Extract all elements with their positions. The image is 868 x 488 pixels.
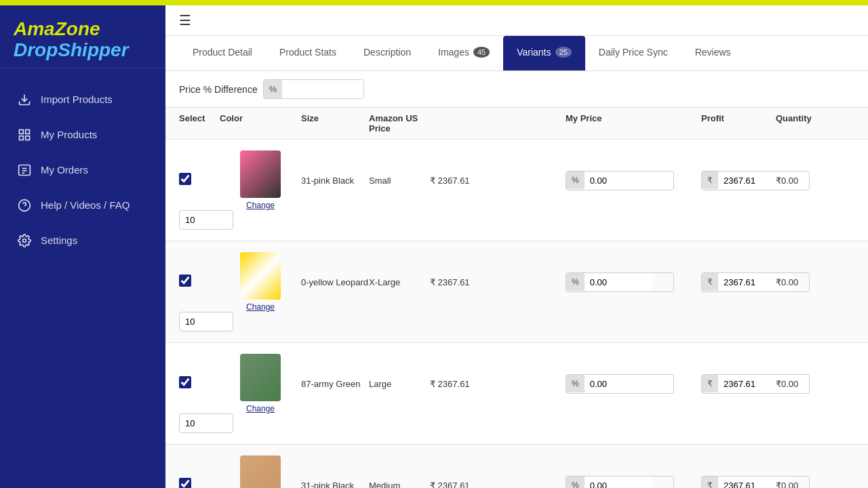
row-4-checkbox[interactable] — [179, 478, 191, 488]
change-link-1[interactable]: Change — [246, 201, 275, 210]
table-row: Change 31-pink Black Medium ₹ 2367.61 % — [165, 445, 868, 488]
select-cell-4 — [179, 478, 220, 488]
variants-table: Change 31-pink Black Small ₹ 2367.61 % — [165, 140, 868, 488]
col-quantity: Quantity — [776, 113, 857, 134]
tab-reviews[interactable]: Reviews — [682, 36, 745, 70]
col-color: Color — [220, 113, 301, 134]
table-row: Change 31-pink Black Small ₹ 2367.61 % — [165, 140, 868, 241]
col-profit: Profit — [701, 113, 776, 134]
logo-dropshipper: DropShipper — [14, 40, 152, 61]
svg-rect-1 — [20, 129, 24, 134]
variants-header: Price % Difference % — [165, 71, 868, 108]
sidebar-item-my-products[interactable]: My Products — [0, 117, 165, 152]
main-content: ☰ Product Detail Product Stats Descripti… — [165, 5, 868, 488]
pct-input-4[interactable] — [585, 476, 652, 489]
pct-tag-3: % — [566, 375, 585, 392]
content-area: Price % Difference % Select Color Size A… — [165, 71, 868, 488]
variants-badge: 25 — [555, 47, 572, 58]
row-1-checkbox[interactable] — [179, 173, 191, 185]
top-bar — [0, 0, 868, 5]
sidebar-nav: Import Products My Products — [0, 68, 165, 488]
qty-cell-2 — [179, 312, 220, 331]
currency-tag-1: ₹ — [702, 171, 718, 189]
my-orders-label: My Orders — [41, 164, 88, 176]
profit-cell-2: ₹0.00 — [776, 277, 857, 287]
my-products-label: My Products — [41, 129, 97, 140]
product-image-1 — [240, 150, 281, 198]
color-name-1: 31-pink Black — [301, 176, 369, 186]
change-link-2[interactable]: Change — [246, 302, 275, 312]
color-cell-1: Change — [220, 150, 301, 210]
row-2-checkbox[interactable] — [179, 274, 191, 287]
tabs-bar: Product Detail Product Stats Description… — [165, 36, 868, 71]
logo-area: AmaZone DropShipper — [0, 5, 165, 68]
help-label: Help / Videos / FAQ — [41, 199, 130, 211]
my-price-cell-1: ₹ — [701, 171, 776, 190]
tab-variants[interactable]: Variants 25 — [503, 36, 585, 70]
color-name-3: 87-army Green — [301, 379, 369, 389]
profit-cell-1: ₹0.00 — [776, 176, 857, 186]
pct-input-1[interactable] — [585, 171, 652, 190]
sidebar-item-my-orders[interactable]: My Orders — [0, 152, 165, 188]
col-size: Size — [301, 113, 369, 134]
help-icon — [16, 197, 33, 214]
logo-amazone: AmaZone — [14, 19, 152, 40]
pct-tag-1: % — [566, 171, 585, 189]
pct-input-2[interactable] — [585, 273, 652, 291]
size-cell-2: X-Large — [369, 277, 430, 287]
tab-images[interactable]: Images 45 — [425, 36, 503, 70]
pct-cell-1: % — [566, 171, 701, 190]
qty-cell-3 — [179, 413, 220, 433]
pct-cell-3: % — [566, 374, 701, 394]
amazon-price-2: ₹ 2367.61 — [430, 277, 566, 287]
tab-product-stats[interactable]: Product Stats — [266, 36, 350, 70]
color-cell-3: Change — [220, 354, 301, 413]
svg-rect-2 — [26, 129, 30, 134]
tab-description[interactable]: Description — [350, 36, 425, 70]
orders-icon — [16, 162, 33, 178]
svg-rect-3 — [20, 136, 24, 140]
qty-cell-1 — [179, 210, 220, 230]
amazon-price-1: ₹ 2367.61 — [430, 176, 566, 186]
color-name-2: 0-yellow Leopard — [301, 277, 369, 287]
svg-rect-4 — [26, 136, 30, 140]
row-3-checkbox[interactable] — [179, 376, 191, 388]
table-row: Change 0-yellow Leopard X-Large ₹ 2367.6… — [165, 241, 868, 343]
col-select: Select — [179, 113, 220, 134]
sidebar-item-settings[interactable]: Settings — [0, 223, 165, 258]
product-image-4 — [240, 455, 281, 488]
color-cell-2: Change — [220, 252, 301, 312]
table-row: Change 87-army Green Large ₹ 2367.61 % — [165, 343, 868, 445]
amazon-price-3: ₹ 2367.61 — [430, 379, 566, 389]
hamburger-menu[interactable]: ☰ — [179, 12, 191, 28]
col-price-diff — [430, 113, 566, 134]
select-cell-2 — [179, 274, 220, 289]
import-products-label: Import Products — [41, 94, 113, 105]
select-cell-3 — [179, 376, 220, 391]
pct-tag-2: % — [566, 273, 585, 291]
currency-tag-4: ₹ — [702, 476, 718, 488]
tab-product-detail[interactable]: Product Detail — [179, 36, 266, 70]
tab-daily-price-sync[interactable]: Daily Price Sync — [585, 36, 682, 70]
sidebar: AmaZone DropShipper Import Products — [0, 5, 165, 488]
sidebar-item-help[interactable]: Help / Videos / FAQ — [0, 188, 165, 223]
my-price-cell-4: ₹ — [701, 476, 776, 489]
product-image-3 — [240, 354, 281, 401]
change-link-3[interactable]: Change — [246, 404, 275, 413]
price-diff-input-group: % — [263, 79, 365, 99]
profit-cell-4: ₹0.00 — [776, 481, 857, 489]
color-cell-4: Change — [220, 455, 301, 488]
price-diff-input[interactable] — [282, 80, 363, 98]
profit-cell-3: ₹0.00 — [776, 379, 857, 389]
sidebar-item-import-products[interactable]: Import Products — [0, 82, 165, 117]
qty-input-2[interactable] — [179, 312, 233, 331]
settings-icon — [16, 232, 33, 249]
pct-cell-2: % — [566, 272, 701, 292]
currency-tag-3: ₹ — [702, 375, 718, 392]
svg-point-11 — [23, 239, 26, 242]
qty-input-1[interactable] — [179, 210, 233, 230]
size-cell-3: Large — [369, 379, 430, 389]
qty-input-3[interactable] — [179, 413, 233, 433]
top-header: ☰ — [165, 5, 868, 36]
pct-input-3[interactable] — [585, 375, 652, 393]
